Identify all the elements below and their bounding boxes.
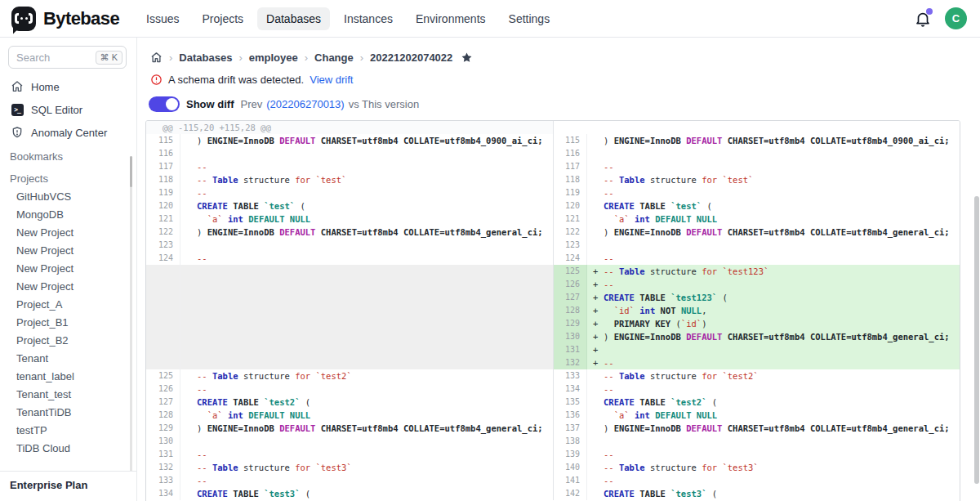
diff-code-line: +CREATE TABLE `test123` ( bbox=[587, 291, 960, 304]
diff-line-number: 140 bbox=[553, 461, 587, 474]
sidebar-project-item[interactable]: New Project bbox=[0, 242, 136, 260]
sidebar-project-item[interactable]: TenantTiDB bbox=[0, 404, 136, 422]
diff-line-number: 135 bbox=[553, 396, 587, 409]
diff-line-number: 141 bbox=[553, 474, 587, 487]
show-diff-label: Show diff bbox=[186, 98, 234, 110]
diff-skip-gutter bbox=[146, 356, 180, 369]
brand[interactable]: Bytebase bbox=[0, 7, 119, 31]
sidebar-project-item[interactable]: testTP bbox=[0, 422, 136, 440]
diff-toolbar: Show diff Prev (202206270013) vs This ve… bbox=[137, 95, 980, 113]
diff-line-number: 130 bbox=[553, 330, 587, 343]
diff-line-number: 126 bbox=[146, 382, 180, 396]
sidebar-project-item[interactable]: Project_B1 bbox=[0, 314, 136, 332]
diff-code-line: CREATE TABLE `test3` ( bbox=[587, 487, 960, 500]
sidebar-project-item[interactable]: Tenant_test bbox=[0, 386, 136, 404]
sidebar-project-item[interactable]: Tenant bbox=[0, 350, 136, 368]
sidebar: ⌘ K Home >_ SQL Editor Anomaly Center Bo… bbox=[0, 38, 137, 501]
sidebar-project-item[interactable]: New Project bbox=[0, 278, 136, 296]
page-vertical-scrollbar[interactable] bbox=[974, 196, 979, 484]
breadcrumb-item-change[interactable]: Change bbox=[314, 51, 354, 64]
diff-skip-line bbox=[180, 317, 553, 330]
diff-line-number: 117 bbox=[553, 160, 587, 173]
diff-skip-gutter bbox=[146, 304, 180, 317]
nav-item-issues[interactable]: Issues bbox=[137, 7, 188, 30]
nav-item-settings[interactable]: Settings bbox=[500, 7, 559, 30]
diff-code-line: -- bbox=[180, 448, 553, 461]
diff-skip-gutter bbox=[146, 343, 180, 356]
diff-line-number: 117 bbox=[146, 160, 180, 173]
diff-skip-line bbox=[180, 304, 553, 317]
diff-code-line: +-- bbox=[587, 278, 960, 291]
diff-code-line: -- bbox=[180, 160, 553, 173]
diff-line-number: 121 bbox=[553, 212, 587, 226]
breadcrumb-item-version[interactable]: 20221202074022 bbox=[370, 51, 452, 64]
diff-code-line: +-- bbox=[587, 356, 960, 369]
diff-line-number: 123 bbox=[553, 239, 587, 252]
diff-line-number: 123 bbox=[146, 239, 180, 252]
diff-line-number: 128 bbox=[553, 304, 587, 317]
diff-skip-line bbox=[180, 265, 553, 278]
main-content: › Databases › employee › Change › 202212… bbox=[137, 38, 980, 501]
breadcrumb-home-icon[interactable] bbox=[150, 51, 163, 64]
hunk-header: @@ -115,20 +115,28 @@ bbox=[146, 121, 553, 134]
nav-item-environments[interactable]: Environments bbox=[407, 7, 495, 30]
diff-code-line: -- bbox=[180, 382, 553, 396]
home-icon bbox=[11, 80, 24, 93]
diff-code-line: -- Table structure for `test` bbox=[587, 173, 960, 186]
diff-line-number: 136 bbox=[553, 409, 587, 422]
sidebar-project-item[interactable]: tenant_label bbox=[0, 368, 136, 386]
diff-skip-line bbox=[180, 343, 553, 356]
diff-line-number: 133 bbox=[553, 369, 587, 382]
sidebar-project-item[interactable]: New Project bbox=[0, 260, 136, 278]
search-input[interactable] bbox=[9, 51, 96, 64]
sidebar-scrollbar[interactable] bbox=[130, 156, 132, 187]
diff-code-line: +) ENGINE=InnoDB DEFAULT CHARSET=utf8mb4… bbox=[587, 330, 960, 343]
breadcrumb-separator: › bbox=[360, 51, 363, 64]
breadcrumb-item-database[interactable]: employee bbox=[249, 51, 298, 64]
notifications-button[interactable] bbox=[914, 10, 932, 28]
diff-line-number: 134 bbox=[553, 382, 587, 396]
sidebar-project-item[interactable]: GitHubVCS bbox=[0, 188, 136, 206]
diff-code-line: ) ENGINE=InnoDB DEFAULT CHARSET=utf8mb4 … bbox=[180, 134, 553, 147]
avatar[interactable]: C bbox=[945, 7, 967, 29]
diff-line-number: 137 bbox=[553, 422, 587, 435]
diff-line-number: 142 bbox=[553, 487, 587, 500]
diff-line-number: 116 bbox=[146, 147, 180, 160]
nav-item-instances[interactable]: Instances bbox=[335, 7, 402, 30]
sidebar-item-anomaly-center[interactable]: Anomaly Center bbox=[0, 121, 136, 144]
diff-code-line: -- Table structure for `test3` bbox=[587, 461, 960, 474]
terminal-icon: >_ bbox=[11, 103, 24, 116]
diff-line-number: 125 bbox=[553, 265, 587, 278]
sidebar-project-item[interactable]: TiDB Cloud bbox=[0, 440, 136, 458]
show-diff-toggle[interactable] bbox=[149, 96, 180, 112]
diff-line-number: 116 bbox=[553, 147, 587, 160]
diff-code-line: ) ENGINE=InnoDB DEFAULT CHARSET=utf8mb4 … bbox=[180, 226, 553, 239]
diff-line-number: 115 bbox=[553, 134, 587, 147]
prev-version-link[interactable]: (202206270013) bbox=[266, 98, 344, 110]
diff-code-line: + PRIMARY KEY (`id`) bbox=[587, 317, 960, 330]
nav-item-databases[interactable]: Databases bbox=[257, 7, 330, 30]
breadcrumb-item-databases[interactable]: Databases bbox=[179, 51, 232, 64]
diff-code-line: ) ENGINE=InnoDB DEFAULT CHARSET=utf8mb4 … bbox=[587, 226, 960, 239]
diff-code-line: +-- Table structure for `test123` bbox=[587, 265, 960, 278]
sidebar-project-item[interactable]: New Project bbox=[0, 224, 136, 242]
sidebar-project-item[interactable]: MongoDB bbox=[0, 206, 136, 224]
diff-line-number: 131 bbox=[146, 448, 180, 461]
sidebar-item-home[interactable]: Home bbox=[0, 75, 136, 98]
diff-line-number: 126 bbox=[553, 278, 587, 291]
diff-line-number: 130 bbox=[146, 435, 180, 448]
diff-grid: @@ -115,20 +115,28 @@115) ENGINE=InnoDB … bbox=[146, 121, 960, 501]
diff-line-number: 120 bbox=[146, 199, 180, 212]
diff-code-line: CREATE TABLE `test3` ( bbox=[180, 487, 553, 500]
diff-code-line bbox=[180, 239, 553, 252]
diff-line-number: 132 bbox=[146, 461, 180, 474]
nav-item-projects[interactable]: Projects bbox=[194, 7, 253, 30]
diff-line-number: 129 bbox=[146, 422, 180, 435]
diff-line-number: 134 bbox=[146, 487, 180, 500]
diff-line-number: 119 bbox=[553, 186, 587, 199]
view-drift-link[interactable]: View drift bbox=[310, 74, 353, 86]
sidebar-project-item[interactable]: Project_A bbox=[0, 296, 136, 314]
sidebar-item-sql-editor[interactable]: >_ SQL Editor bbox=[0, 98, 136, 121]
star-icon[interactable] bbox=[461, 51, 473, 64]
sidebar-project-item[interactable]: Project_B2 bbox=[0, 332, 136, 350]
